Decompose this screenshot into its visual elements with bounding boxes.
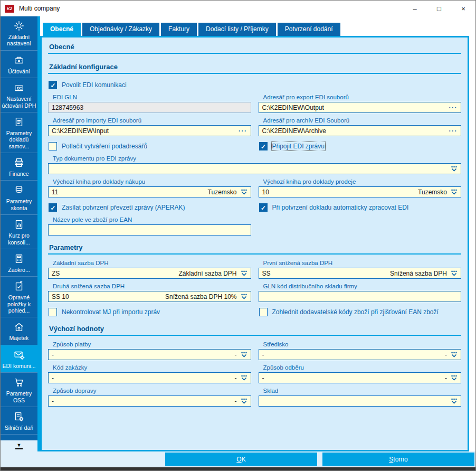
k2-logo-icon: K2 [5, 5, 14, 13]
maximize-button[interactable]: □ [427, 1, 451, 16]
tab-obecne[interactable]: Obecné [43, 23, 81, 36]
pripojit-label: Připojit EDI zprávu [272, 143, 325, 150]
content-area: Obecné Objednávky / Zákazky Faktury Doda… [37, 16, 475, 451]
import-dir-input[interactable]: C:\K2EDINEW\Input [48, 125, 251, 136]
checkbox-row-auto-zpracovat: Při potvrzení dokladu automaticky zpraco… [259, 200, 462, 215]
combo-dropdown-icon[interactable] [451, 398, 458, 404]
kod-zakazky-combo[interactable]: - - [48, 372, 251, 383]
sidebar-item-opravne-polozky[interactable]: Opravné položky k pohled... [1, 277, 37, 317]
combo-dropdown-icon[interactable] [241, 294, 247, 300]
sidebar-item-zaokrouhleni[interactable]: Zaokro... [1, 249, 37, 277]
combo-dropdown-icon[interactable] [241, 352, 247, 358]
prvni-snizena-label: První snížená sazba DPH [259, 259, 462, 268]
export-dir-input[interactable]: C:\K2EDINEW\Output [259, 102, 462, 113]
zpusob-dopravy-combo[interactable]: - - [48, 395, 251, 407]
gln-sklad-input[interactable] [259, 291, 462, 302]
section-heading-zakladni-konfigurace: Základní konfigurace [48, 58, 461, 74]
import-dir-field: Adresář pro importy EDI souborů C:\K2EDI… [48, 116, 251, 136]
zohlednit-kody-checkbox[interactable] [259, 308, 268, 316]
combo-dropdown-icon[interactable] [451, 352, 458, 358]
stredisko-label: Středisko [259, 340, 462, 349]
sidebar-item-zakladni-nastaveni[interactable]: Základní nastavení [1, 16, 37, 51]
tab-faktury[interactable]: Faktury [161, 23, 197, 36]
kniha-prodej-combo[interactable]: 10 Tuzemsko [259, 186, 462, 197]
sidebar-item-majetek[interactable]: Majetek [1, 317, 37, 345]
storno-button[interactable]: Storno [322, 453, 474, 466]
archive-dir-input[interactable]: C:\K2EDINEW\Archive [259, 125, 462, 136]
kniha-nakup-field: Výchozí kniha pro doklady nákupu 11 Tuze… [48, 177, 251, 197]
asset-icon [13, 321, 25, 333]
auto-zpracovat-checkbox[interactable] [259, 203, 268, 212]
povolit-edi-checkbox[interactable] [49, 81, 57, 89]
stredisko-combo[interactable]: - - [259, 349, 462, 360]
close-button[interactable]: × [451, 1, 475, 16]
combo-dropdown-icon[interactable] [241, 375, 247, 381]
zpusob-odberu-field: Způsob odběru - - [259, 363, 462, 383]
combo-dropdown-icon[interactable] [451, 270, 458, 277]
combo-dropdown-icon[interactable] [451, 189, 458, 195]
zpusob-platby-label: Způsob platby [48, 340, 251, 349]
kod-zakazky-field: Kód zakázky - - [48, 363, 251, 383]
cash-register-icon [13, 54, 25, 66]
zpusob-platby-combo[interactable]: - - [48, 349, 251, 360]
kod-zakazky-label: Kód zakázky [48, 363, 251, 372]
kniha-nakup-combo[interactable]: 11 Tuzemsko [48, 186, 251, 197]
tab-dodaci-listy-prijemky[interactable]: Dodací listy / Příjemky [198, 23, 276, 36]
edi-gln-label: EDI GLN [48, 93, 251, 102]
sklad-combo[interactable] [259, 395, 462, 407]
tab-potvrzeni-dodani[interactable]: Potvrzení dodání [278, 23, 340, 36]
druha-snizena-combo[interactable]: SS 10 Snížená sazba DPH 10% [48, 291, 251, 302]
window-controls: – □ × [403, 1, 475, 16]
aperak-checkbox[interactable] [49, 203, 57, 212]
export-dir-label: Adresář pro export EDI souborů [259, 93, 462, 102]
combo-dropdown-icon[interactable] [451, 166, 458, 172]
sidebar-item-edi-komunikace[interactable]: EDI komuni... [1, 345, 37, 373]
road-tax-icon [13, 411, 25, 422]
ean-pole-input[interactable] [48, 224, 251, 236]
nekontrolovat-mj-checkbox[interactable] [49, 308, 57, 316]
sidebar-item-parametry-skonta[interactable]: Parametry skonta [1, 181, 37, 215]
browse-ellipsis-icon[interactable] [449, 104, 458, 111]
import-dir-label: Adresář pro importy EDI souborů [48, 116, 251, 125]
combo-dropdown-icon[interactable] [241, 189, 247, 195]
pripojit-checkbox[interactable] [259, 142, 268, 150]
gln-sklad-label: GLN kód distribučního skladu firmy [259, 282, 462, 291]
prvni-snizena-combo[interactable]: SS Snížená sazba DPH [259, 268, 462, 279]
druha-snizena-field: Druhá snížená sazba DPH SS 10 Snížená sa… [48, 282, 251, 302]
ok-button[interactable]: OK [165, 453, 317, 466]
sidebar-item-kurz-pro-konsolidaci[interactable]: Kurz pro konsoli... [1, 215, 37, 249]
minimize-button[interactable]: – [403, 1, 427, 16]
zakladni-sazba-combo[interactable]: ZS Základní sazba DPH [48, 268, 251, 279]
sidebar-item-uctovani[interactable]: Účtování [1, 51, 37, 78]
combo-dropdown-icon[interactable] [241, 270, 247, 277]
printer-icon [13, 157, 25, 168]
window-title: Multi company [19, 5, 60, 12]
zpusob-odberu-label: Způsob odběru [259, 363, 462, 372]
auto-zpracovat-label: Při potvrzení dokladu automaticky zpraco… [272, 204, 409, 211]
app-window: K2 Multi company – □ × Základní nastaven… [0, 0, 476, 471]
chart-document-icon [13, 219, 25, 230]
sidebar-item-parametry-oss[interactable]: Parametry OSS [1, 373, 37, 407]
zpusob-odberu-combo[interactable]: - - [259, 372, 462, 383]
sidebar-scroll-area: ▼ [1, 440, 37, 451]
sidebar-item-silnicni-dan[interactable]: Silniční daň [1, 407, 37, 435]
sidebar-item-parametry-dokladu-samov[interactable]: Parametry dokladů samov... [1, 112, 37, 153]
scroll-down-icon[interactable]: ▼ [15, 443, 23, 449]
browse-ellipsis-icon[interactable] [449, 127, 458, 135]
typ-dokumentu-combo[interactable] [48, 163, 461, 174]
ean-pole-label: Název pole ve zboží pro EAN [48, 215, 251, 224]
browse-ellipsis-icon[interactable] [239, 127, 247, 135]
combo-dropdown-icon[interactable] [241, 398, 247, 404]
combo-dropdown-icon[interactable] [451, 375, 458, 381]
ean-pole-field: Název pole ve zboží pro EAN [48, 215, 251, 236]
sklad-label: Sklad [259, 387, 462, 395]
zohlednit-kody-label: Zohlednit dodavatelské kódy zboží při zj… [272, 308, 439, 316]
archive-dir-label: Adresář pro archív EDI Souborů [259, 116, 462, 125]
sidebar-item-finance[interactable]: Finance [1, 153, 37, 181]
tab-objednavky-zakazky[interactable]: Objednávky / Zákazky [82, 23, 159, 36]
settings-panel: Obecné Základní konfigurace Povolit EDI … [40, 36, 469, 451]
sidebar-item-nastaveni-uctovani-dph[interactable]: Nastavení účtování DPH [1, 78, 37, 112]
kniha-prodej-field: Výchozí kniha pro doklady prodeje 10 Tuz… [259, 177, 462, 197]
checkbox-row-aperak: Zasílat potvrzení převzetí zprávy (APERA… [48, 200, 251, 215]
potlacit-checkbox[interactable] [49, 142, 57, 150]
